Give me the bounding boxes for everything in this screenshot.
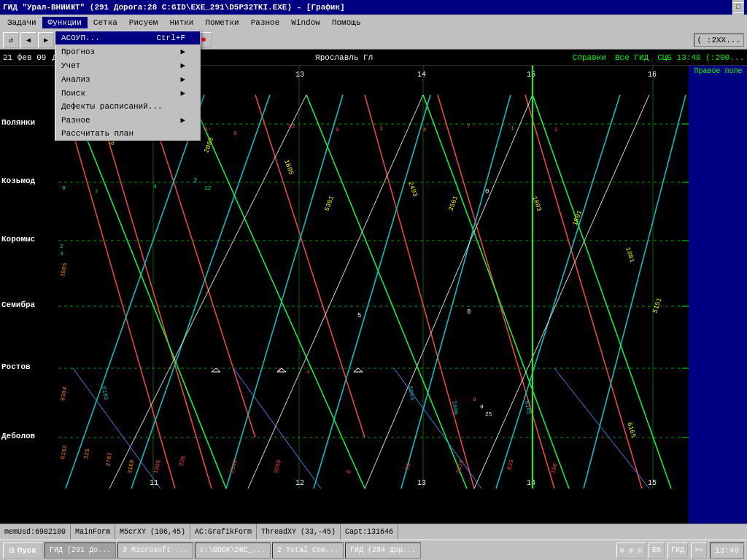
menu-pometki[interactable]: Пометки bbox=[199, 17, 244, 28]
svg-line-32 bbox=[365, 95, 533, 489]
svg-text:260м: 260м bbox=[451, 400, 460, 416]
menu-funktsii[interactable]: Функции bbox=[42, 17, 88, 28]
svg-text:9: 9 bbox=[233, 130, 237, 136]
svg-line-15 bbox=[365, 95, 474, 489]
taskbar-gid-291[interactable]: ГИД (291 До... bbox=[44, 542, 116, 559]
svg-line-25 bbox=[69, 95, 226, 489]
svg-text:12: 12 bbox=[295, 479, 304, 487]
station-debolovo: Деболов bbox=[1, 432, 35, 440]
taskbar-microsoft[interactable]: 3 Microsoft ... bbox=[117, 542, 193, 559]
svg-text:2493: 2493 bbox=[406, 181, 419, 198]
svg-line-19 bbox=[131, 95, 270, 489]
dropdown-asoup[interactable]: АСОУП... Ctrl+F bbox=[55, 31, 200, 44]
station-polyanka: Полянки bbox=[1, 118, 35, 127]
svg-text:9: 9 bbox=[473, 396, 476, 402]
menu-bar: Задачи Функции Сетка Рисуем Нитки Пометк… bbox=[0, 15, 747, 31]
info-scb-time: СЦБ 13:48 (:200... bbox=[657, 53, 744, 62]
station-rostov: Ростов bbox=[1, 362, 31, 371]
right-panel-label: Правое поле bbox=[689, 66, 747, 77]
dropdown-uchet[interactable]: Учет ▶ bbox=[55, 58, 200, 72]
svg-text:328: 328 bbox=[177, 455, 186, 467]
svg-text:7: 7 bbox=[95, 188, 98, 195]
station-kozmod: Козьмод bbox=[1, 176, 35, 185]
info-right: Справки Все ГИД СЦБ 13:48 (:200... bbox=[573, 53, 744, 62]
svg-text:4: 4 bbox=[60, 250, 63, 257]
taskbar-arrows[interactable]: »» bbox=[691, 542, 707, 559]
station-koromys: Коромыс bbox=[1, 235, 35, 244]
toolbar-btn-next[interactable]: ▶ bbox=[38, 32, 54, 48]
info-allgid[interactable]: Все ГИД bbox=[615, 53, 649, 62]
svg-text:2063: 2063 bbox=[203, 136, 215, 154]
menu-pomoshch[interactable]: Помощь bbox=[326, 17, 367, 28]
info-date: 21 фев 09 bbox=[3, 53, 46, 62]
svg-text:25: 25 bbox=[485, 411, 492, 417]
svg-text:7: 7 bbox=[467, 122, 471, 129]
svg-text:14: 14 bbox=[527, 479, 535, 487]
maximize-button[interactable]: □ bbox=[732, 2, 744, 12]
svg-text:1: 1 bbox=[511, 125, 514, 131]
svg-text:325: 325 bbox=[82, 448, 90, 459]
svg-text:2707: 2707 bbox=[104, 452, 113, 467]
svg-text:6162: 6162 bbox=[59, 445, 68, 460]
taskbar-gid-284[interactable]: ГИД (284 Дор... bbox=[345, 542, 421, 559]
menu-risuem[interactable]: Рисуем bbox=[123, 17, 164, 28]
menu-raznoe[interactable]: Разное bbox=[245, 17, 286, 28]
taskbar-total-com[interactable]: 2 Total Com... bbox=[272, 542, 344, 559]
svg-text:12: 12 bbox=[204, 184, 212, 191]
svg-text:65: 65 bbox=[403, 462, 411, 471]
svg-text:14: 14 bbox=[417, 71, 426, 79]
menu-setka[interactable]: Сетка bbox=[88, 17, 123, 28]
status-m5cr: M5crXY (106,45) bbox=[115, 524, 190, 540]
taskbar-right: ⊕ ⊗ ⊙ EN ГИД »» 13:49 bbox=[616, 542, 744, 559]
menu-window[interactable]: Window bbox=[285, 17, 326, 28]
toolbar-btn-reload[interactable]: ↺ bbox=[3, 32, 19, 48]
svg-line-11 bbox=[62, 95, 175, 489]
svg-line-14 bbox=[255, 95, 365, 438]
svg-text:9: 9 bbox=[62, 184, 66, 191]
dropdown-poisk[interactable]: Поиск ▶ bbox=[55, 86, 200, 100]
svg-line-28 bbox=[423, 95, 569, 489]
status-capt: Capt:131646 bbox=[341, 524, 398, 540]
dropdown-menu: АСОУП... Ctrl+F Прогноз ▶ Учет ▶ Анализ … bbox=[55, 31, 201, 141]
svg-line-18 bbox=[66, 95, 204, 489]
taskbar-lang-en[interactable]: EN bbox=[649, 542, 665, 559]
dropdown-prognoz[interactable]: Прогноз ▶ bbox=[55, 44, 200, 58]
svg-line-13 bbox=[146, 95, 255, 438]
svg-text:3561: 3561 bbox=[447, 195, 460, 212]
svg-line-22 bbox=[401, 95, 511, 489]
svg-text:1805: 1805 bbox=[59, 262, 68, 278]
taskbar-lang-gid[interactable]: ГИД bbox=[667, 542, 688, 559]
info-spravki[interactable]: Справки bbox=[573, 53, 606, 62]
svg-text:2540: 2540 bbox=[228, 459, 239, 474]
dropdown-analiz[interactable]: Анализ ▶ bbox=[55, 72, 200, 86]
dropdown-raznoe2[interactable]: Разное ▶ bbox=[55, 113, 200, 127]
toolbar-right: ( :2XX... bbox=[694, 34, 744, 47]
svg-text:6165: 6165 bbox=[101, 386, 109, 401]
taskbar-clock: 13:49 bbox=[710, 542, 744, 559]
start-button[interactable]: ⊞ Пуск bbox=[3, 542, 43, 559]
svg-text:6953: 6953 bbox=[407, 386, 416, 401]
svg-text:4: 4 bbox=[153, 183, 157, 190]
status-bar: memUsd:6982180 MainForm M5crXY (106,45) … bbox=[0, 524, 747, 540]
dropdown-calculate[interactable]: Рассчитать план bbox=[55, 127, 200, 140]
svg-marker-96 bbox=[354, 368, 363, 372]
svg-line-27 bbox=[306, 95, 467, 489]
svg-text:2: 2 bbox=[193, 177, 197, 184]
svg-line-17 bbox=[525, 95, 642, 489]
svg-text:9: 9 bbox=[336, 126, 339, 133]
taskbar-book[interactable]: c:\BOOK\DNC_... bbox=[195, 542, 271, 559]
svg-text:106: 106 bbox=[549, 462, 558, 474]
svg-text:5301: 5301 bbox=[323, 195, 336, 212]
svg-text:13: 13 bbox=[417, 479, 426, 487]
svg-text:11: 11 bbox=[150, 479, 158, 487]
status-mainform: MainForm bbox=[71, 524, 115, 540]
toolbar-btn-prev[interactable]: ◀ bbox=[20, 32, 36, 48]
svg-line-34 bbox=[73, 368, 160, 489]
svg-marker-94 bbox=[212, 368, 220, 372]
menu-zadachi[interactable]: Задачи bbox=[1, 17, 42, 28]
title-bar: ГИД "Урал-ВНИИЖТ" (291 Дорога:28 C:GID\E… bbox=[0, 0, 747, 15]
menu-nitki[interactable]: Нитки bbox=[163, 17, 199, 28]
toolbar-code-label: ( :2XX... bbox=[694, 34, 744, 47]
svg-text:2: 2 bbox=[554, 126, 558, 133]
dropdown-defekty[interactable]: Дефекты расписаний... bbox=[55, 100, 200, 113]
